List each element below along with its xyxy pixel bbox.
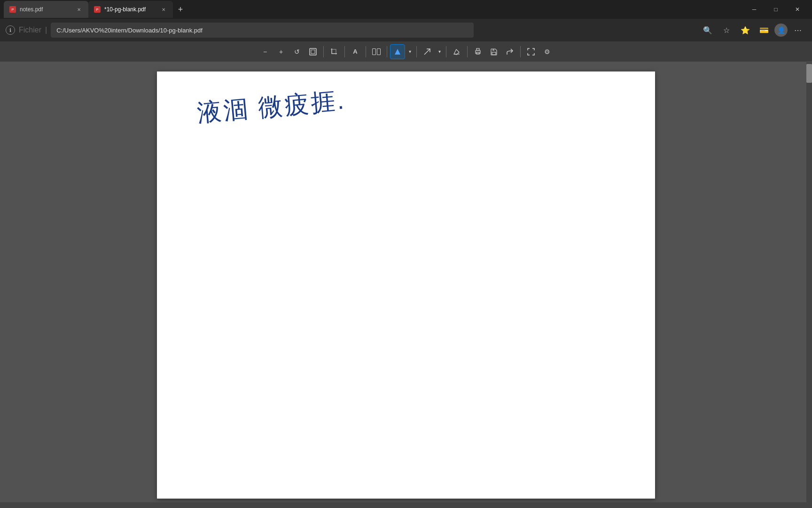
tab-notes-close[interactable]: ✕ <box>75 6 83 13</box>
wallet-button[interactable]: 💳 <box>756 22 773 39</box>
crop-button[interactable] <box>327 44 342 59</box>
two-page-button[interactable] <box>369 44 384 59</box>
rotate-button[interactable]: ↺ <box>289 44 304 59</box>
toolbar-sep-6 <box>446 46 446 57</box>
settings-button[interactable]: ⚙ <box>539 44 554 59</box>
svg-rect-10 <box>492 49 494 51</box>
address-bar-actions: 🔍 ☆ ⭐ 💳 👤 ⋯ <box>699 22 806 39</box>
svg-line-5 <box>424 49 430 55</box>
svg-rect-2 <box>373 48 376 55</box>
minimize-button[interactable]: ─ <box>743 0 765 19</box>
profile-button[interactable]: 👤 <box>774 24 788 37</box>
url-separator: | <box>45 26 47 34</box>
toolbar-sep-7 <box>467 46 468 57</box>
scrollbar-thumb[interactable] <box>806 64 812 83</box>
maximize-button[interactable]: □ <box>765 0 787 19</box>
tab-notes[interactable]: P notes.pdf ✕ <box>4 1 88 18</box>
address-bar: ℹ Fichier | C:/Users/AKVO%20intern/Downl… <box>0 19 812 41</box>
info-button[interactable]: ℹ <box>6 25 15 35</box>
more-button[interactable]: ⋯ <box>789 22 806 39</box>
svg-rect-11 <box>492 52 496 55</box>
fullscreen-button[interactable] <box>523 44 539 59</box>
handwritten-annotation: 液涸 微疲捱. <box>194 81 374 132</box>
fit-page-button[interactable] <box>305 44 320 59</box>
toolbar-sep-4 <box>387 46 387 57</box>
svg-marker-4 <box>395 49 400 55</box>
share-button[interactable] <box>502 44 517 59</box>
save-button[interactable] <box>486 44 501 59</box>
zoom-out-button[interactable]: − <box>258 44 273 59</box>
toolbar-sep-5 <box>416 46 417 57</box>
toolbar-sep-1 <box>323 46 324 57</box>
highlight-dropdown[interactable]: ▾ <box>406 44 414 59</box>
tab-blank-close[interactable]: ✕ <box>160 6 167 13</box>
horizontal-scrollbar[interactable] <box>0 502 812 508</box>
svg-rect-3 <box>377 48 381 55</box>
toolbar-sep-2 <box>344 46 345 57</box>
vertical-scrollbar[interactable] <box>806 62 812 508</box>
tab-blank-label: *10-pg-blank.pdf <box>104 6 146 13</box>
highlight-button[interactable] <box>390 44 405 59</box>
arrow-dropdown[interactable]: ▾ <box>436 44 443 59</box>
svg-rect-9 <box>476 52 479 54</box>
tab-blank-icon: P <box>94 6 101 13</box>
print-button[interactable] <box>470 44 485 59</box>
pdf-toolbar: − + ↺ A ▾ ▾ ⚙ <box>0 41 812 62</box>
svg-rect-0 <box>310 48 316 55</box>
svg-rect-8 <box>476 48 479 50</box>
zoom-in-button[interactable]: + <box>273 44 289 59</box>
arrow-button[interactable] <box>420 44 435 59</box>
pdf-page: 液涸 微疲捱. <box>157 71 655 499</box>
main-content: 液涸 微疲捱. <box>0 62 812 508</box>
favorites-button[interactable]: ☆ <box>718 22 735 39</box>
svg-text:液涸 微疲捱.: 液涸 微疲捱. <box>196 87 347 127</box>
search-button[interactable]: 🔍 <box>699 22 716 39</box>
url-bar[interactable]: C:/Users/AKVO%20intern/Downloads/10-pg-b… <box>51 23 474 38</box>
svg-rect-1 <box>311 50 315 54</box>
new-tab-button[interactable]: + <box>173 2 188 17</box>
toolbar-sep-8 <box>520 46 521 57</box>
titlebar: P notes.pdf ✕ P *10-pg-blank.pdf ✕ + ─ □… <box>0 0 812 19</box>
collection-button[interactable]: ⭐ <box>737 22 754 39</box>
tab-notes-label: notes.pdf <box>20 6 43 13</box>
text-size-button[interactable]: A <box>348 44 363 59</box>
close-button[interactable]: ✕ <box>787 0 808 19</box>
tab-notes-icon: P <box>9 6 16 13</box>
fichier-label: Fichier <box>19 26 41 34</box>
eraser-button[interactable] <box>449 44 464 59</box>
tab-blank[interactable]: P *10-pg-blank.pdf ✕ <box>88 1 173 18</box>
toolbar-sep-3 <box>366 46 366 57</box>
window-controls: ─ □ ✕ <box>743 0 808 19</box>
